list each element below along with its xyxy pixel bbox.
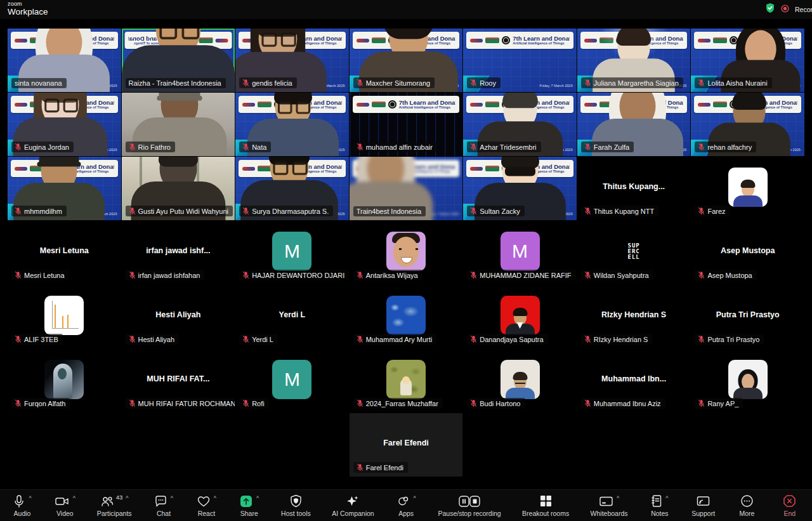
chevron-up-icon[interactable]: ^ bbox=[171, 496, 173, 501]
chevron-up-icon[interactable]: ^ bbox=[665, 496, 668, 501]
participant-tile[interactable]: Furqon Alfath bbox=[8, 349, 121, 412]
participant-tile[interactable]: MMUHAMMAD ZIDANE RAFIF bbox=[463, 221, 577, 284]
participant-tile[interactable]: Rio Fathro bbox=[122, 93, 235, 156]
participant-tile[interactable]: 7th Learn and DonateArtificial Intellige… bbox=[235, 93, 349, 156]
muted-mic-icon bbox=[698, 79, 705, 87]
participant-tile[interactable]: Yerdi LYerdi L bbox=[235, 285, 349, 348]
toolbar-ai-companion-label: AI Companion bbox=[332, 510, 374, 517]
toolbar-breakout-rooms-button[interactable]: Breakout rooms bbox=[522, 494, 569, 517]
participant-tile[interactable]: 7th Learn and DonateArtificial Intellige… bbox=[463, 157, 577, 220]
participant-name-label: Rany AP_ bbox=[695, 398, 743, 409]
participant-tile[interactable]: Farez bbox=[691, 157, 804, 220]
participant-tile[interactable]: 7th Learn and DonateArtificial Intellige… bbox=[350, 29, 463, 92]
event-subtitle: Artificial Intelligence of Things bbox=[399, 106, 456, 110]
participant-center-name: MUH RIFAI FAT... bbox=[124, 374, 233, 383]
participant-tile[interactable]: ALIF 3TEB bbox=[8, 285, 121, 348]
participant-tile[interactable]: Farel EfendiFarel Efendi bbox=[350, 413, 463, 477]
participant-tile[interactable]: SUPERCELLWildan Syahputra bbox=[577, 221, 691, 284]
participant-tile[interactable]: irfan jawad ishf...irfan jawad ishfahan bbox=[122, 221, 235, 284]
participant-tile[interactable]: MRofi bbox=[235, 349, 349, 412]
toolbar-chat-button[interactable]: ^Chat bbox=[153, 494, 174, 517]
chart-bar bbox=[55, 305, 56, 329]
participants-icon bbox=[100, 495, 114, 508]
participant-center-name: Mesri Letuna bbox=[10, 246, 119, 255]
brand-zoom-text: zoom bbox=[8, 1, 48, 7]
chevron-up-icon[interactable]: ^ bbox=[214, 496, 216, 501]
participant-tile[interactable]: RIzky Hendrian SRIzky Hendrian S bbox=[577, 285, 691, 348]
participant-name-text: Muhammad Ibnu Aziz bbox=[594, 400, 661, 407]
toolbar-end-button[interactable]: End bbox=[779, 494, 801, 517]
toolbar-ai-companion-button[interactable]: AI Companion bbox=[332, 494, 374, 517]
chevron-up-icon[interactable]: ^ bbox=[256, 496, 259, 501]
toolbar-video-button[interactable]: ^Video bbox=[54, 494, 75, 517]
participant-name-text: Farah Zulfa bbox=[594, 143, 629, 151]
toolbar-participants-button[interactable]: 43^Participants bbox=[97, 494, 132, 517]
whiteboards-icon bbox=[599, 496, 613, 507]
muted-mic-icon bbox=[470, 271, 477, 279]
participant-tile[interactable]: Thitus Kupang...Thitus Kupang NTT bbox=[577, 157, 691, 220]
participant-tile[interactable]: Budi Hartono bbox=[463, 349, 577, 412]
participant-tile[interactable]: 7th Learn and DonateArtificial Intellige… bbox=[350, 93, 463, 156]
chevron-up-icon[interactable]: ^ bbox=[126, 496, 128, 501]
participant-tile[interactable]: MUH RIFAI FAT...MUH RIFAI FATUR ROCHMAN bbox=[122, 349, 235, 412]
participant-tile[interactable]: Antariksa Wijaya bbox=[350, 221, 463, 284]
participant-center-name: Yerdi L bbox=[238, 310, 346, 319]
participant-tile[interactable]: 7th Learn and DonateArtificial Intellige… bbox=[8, 29, 121, 92]
participant-tile[interactable]: Putra Tri PrastyoPutra Tri Prastyo bbox=[691, 285, 804, 348]
chevron-up-icon[interactable]: ^ bbox=[29, 496, 31, 501]
muted-mic-icon bbox=[129, 271, 136, 279]
participant-tile[interactable]: 7th Learn and DonateArtificial Intellige… bbox=[463, 93, 577, 156]
participant-center-name: Farel Efendi bbox=[352, 439, 461, 447]
participant-tile[interactable]: Danandjaya Saputra bbox=[463, 285, 577, 348]
chevron-up-icon[interactable]: ^ bbox=[617, 496, 619, 501]
cap-shape bbox=[37, 162, 81, 167]
participant-name-text: Maxcher Situmorang bbox=[366, 79, 431, 87]
host-tools-icon bbox=[290, 494, 302, 508]
toolbar-apps-button[interactable]: ^Apps bbox=[395, 494, 417, 517]
toolbar-pause-stop-recording-button[interactable]: Pause/stop recording bbox=[438, 494, 501, 517]
chevron-up-icon[interactable]: ^ bbox=[413, 496, 416, 501]
toolbar-host-tools-button[interactable]: Host tools bbox=[281, 494, 311, 517]
toolbar-pause-stop-recording-label: Pause/stop recording bbox=[438, 510, 501, 517]
participant-tile[interactable]: Muhammad Ary Murti bbox=[350, 285, 463, 348]
participant-tile[interactable]: 7th Learn and DonateArtificial Intellige… bbox=[350, 157, 463, 220]
security-shield-icon[interactable] bbox=[765, 3, 775, 16]
participant-tile[interactable]: 7th Learn and DonateArtificial Intellige… bbox=[577, 93, 691, 156]
participant-tile[interactable]: Gusti Ayu Putu Widi Wahyuni bbox=[122, 157, 235, 220]
participant-tile[interactable]: 7th Learn and DonateArtificial Intellige… bbox=[122, 29, 235, 92]
participant-tile[interactable]: 7th Learn and DonateArtificial Intellige… bbox=[691, 29, 804, 92]
participant-tile[interactable]: 7th Learn and DonateArtificial Intellige… bbox=[8, 157, 121, 220]
participant-tile[interactable]: Asep MustopaAsep Mustopa bbox=[691, 221, 804, 284]
participant-tile[interactable]: MHAJAR DEWANTORO DJARI bbox=[235, 221, 349, 284]
chart-avatar bbox=[44, 296, 84, 335]
participant-name-label: Surya Dharmasaputra S. bbox=[239, 206, 333, 216]
participant-tile[interactable]: Muhammad Ibn...Muhammad Ibnu Aziz bbox=[577, 349, 691, 412]
support-icon bbox=[696, 495, 710, 508]
react-icon bbox=[197, 495, 211, 508]
participant-name-label: Wildan Syahputra bbox=[581, 270, 653, 280]
face-photo-avatar bbox=[386, 232, 426, 271]
chevron-up-icon[interactable]: ^ bbox=[73, 496, 75, 501]
zoom-workplace-logo: zoom Workplace bbox=[8, 1, 48, 16]
participant-tile[interactable]: 7th Learn and DonateArtificial Intellige… bbox=[8, 93, 121, 156]
participant-tile[interactable]: 7th Learn and DonateArtificial Intellige… bbox=[235, 157, 349, 220]
participant-tile[interactable]: Rany AP_ bbox=[691, 349, 804, 412]
participant-tile[interactable]: Hesti AliyahHesti Aliyah bbox=[122, 285, 235, 348]
toolbar-share-button[interactable]: ^Share bbox=[239, 494, 260, 517]
toolbar-more-button[interactable]: More bbox=[736, 494, 757, 517]
toolbar-audio-button[interactable]: ^Audio bbox=[11, 494, 33, 517]
participant-tile[interactable]: 2024_Farras Muzhaffar bbox=[350, 349, 463, 412]
toolbar-react-button[interactable]: ^React bbox=[195, 494, 217, 517]
participant-tile[interactable]: 7th Learn and DonateArtificial Intellige… bbox=[691, 93, 804, 156]
participant-tile[interactable]: 7th Learn and DonateArtificial Intellige… bbox=[235, 29, 349, 92]
photo-avatar bbox=[501, 360, 540, 399]
toolbar-support-button[interactable]: Support bbox=[691, 494, 715, 517]
participant-tile[interactable]: 7th Learn and DonateArtificial Intellige… bbox=[577, 29, 691, 92]
muted-mic-icon bbox=[470, 335, 477, 343]
participant-name-label: Furqon Alfath bbox=[11, 398, 70, 409]
participant-tile[interactable]: 7th Learn and DonateArtificial Intellige… bbox=[463, 29, 577, 92]
toolbar-support-label: Support bbox=[691, 510, 715, 517]
toolbar-whiteboards-button[interactable]: ^Whiteboards bbox=[591, 494, 628, 517]
toolbar-notes-button[interactable]: ^Notes bbox=[649, 494, 671, 517]
participant-tile[interactable]: Mesri LetunaMesri Letuna bbox=[8, 221, 121, 284]
